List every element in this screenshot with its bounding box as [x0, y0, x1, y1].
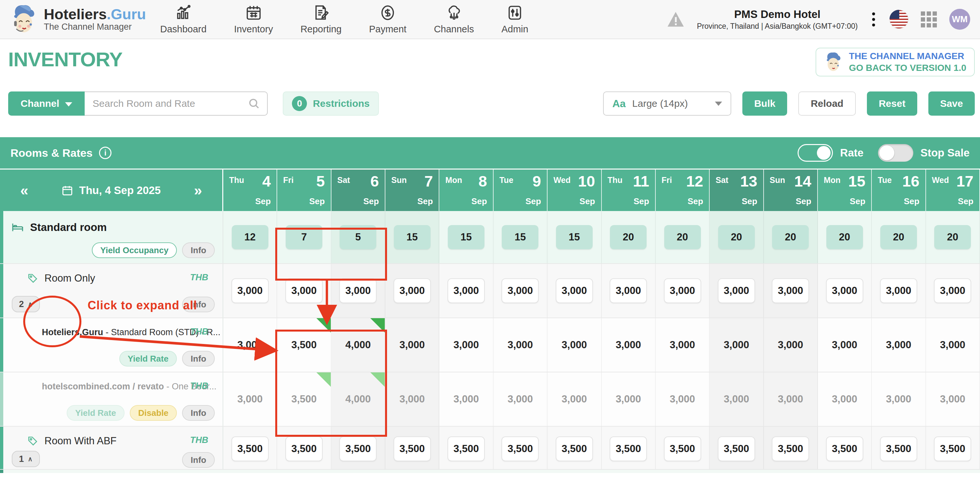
search-input[interactable] [92, 98, 248, 109]
bulk-button[interactable]: Bulk [742, 92, 787, 116]
rate-cell[interactable]: 3,000 [453, 339, 479, 351]
rate-cell[interactable]: 4,000 [345, 339, 371, 351]
rate-cell[interactable]: 3,500 [501, 436, 539, 461]
availability-cell[interactable]: 20 [718, 225, 755, 249]
rate-cell[interactable]: 3,000 [399, 339, 425, 351]
rate-cell[interactable]: 3,000 [562, 393, 587, 405]
nav-item-inventory[interactable]: Inventory [234, 4, 273, 35]
reload-button[interactable]: Reload [798, 92, 856, 116]
rate-cell[interactable]: 3,000 [285, 278, 323, 303]
rate-cell[interactable]: 3,000 [670, 393, 695, 405]
rate-cell[interactable]: 3,000 [832, 393, 858, 405]
us-flag-icon[interactable] [889, 10, 908, 29]
reset-button[interactable]: Reset [867, 92, 917, 116]
nav-item-admin[interactable]: Admin [501, 4, 528, 35]
double-chevron-right-icon[interactable]: » [194, 182, 202, 198]
rate-cell[interactable]: 3,000 [664, 278, 701, 303]
rate-cell[interactable]: 3,000 [772, 278, 809, 303]
rate-cell[interactable]: 3,000 [778, 339, 803, 351]
availability-cell[interactable]: 15 [394, 225, 431, 249]
double-chevron-left-icon[interactable]: « [20, 182, 28, 198]
nav-item-reporting[interactable]: Reporting [301, 4, 342, 35]
rate-cell[interactable]: 3,500 [339, 436, 377, 461]
availability-cell[interactable]: 15 [556, 225, 593, 249]
rate-cell[interactable]: 3,000 [394, 278, 431, 303]
availability-cell[interactable]: 15 [502, 225, 538, 249]
expand-collapse-button[interactable]: 1∧ [12, 451, 40, 467]
rate-cell[interactable]: 3,000 [453, 393, 479, 405]
disable-pill[interactable]: Disable [130, 405, 177, 421]
rate-cell[interactable]: 3,500 [826, 436, 863, 461]
availability-cell[interactable]: 15 [448, 225, 484, 249]
rate-cell[interactable]: 3,500 [231, 436, 269, 461]
kebab-menu-icon[interactable] [870, 10, 877, 29]
rate-cell[interactable]: 3,000 [724, 393, 749, 405]
version-toggle-button[interactable]: THE CHANNEL MANAGER GO BACK TO VERSION 1… [816, 48, 975, 76]
rate-cell[interactable]: 3,000 [778, 393, 803, 405]
info-pill[interactable]: Info [182, 243, 215, 258]
rate-cell[interactable]: 3,000 [399, 393, 425, 405]
user-avatar[interactable]: WM [949, 9, 970, 30]
brand-logo[interactable]: Hoteliers.Guru The Channel Manager [10, 3, 150, 35]
rate-cell[interactable]: 3,000 [718, 278, 755, 303]
info-pill[interactable]: Info [182, 351, 215, 366]
rate-cell[interactable]: 3,000 [616, 339, 641, 351]
font-size-select[interactable]: Aa Large (14px) [603, 92, 731, 116]
rate-cell[interactable]: 3,500 [447, 436, 485, 461]
rate-cell[interactable]: 3,000 [339, 278, 377, 303]
rate-cell[interactable]: 3,500 [556, 436, 593, 461]
rate-cell[interactable]: 3,500 [664, 436, 701, 461]
availability-cell[interactable]: 12 [232, 225, 268, 249]
rate-cell[interactable]: 3,500 [772, 436, 809, 461]
rate-cell[interactable]: 3,000 [501, 278, 539, 303]
rate-cell[interactable]: 3,500 [291, 339, 317, 351]
rate-cell[interactable]: 3,000 [826, 278, 863, 303]
stop-sale-toggle[interactable] [878, 144, 913, 162]
rate-cell[interactable]: 3,500 [285, 436, 323, 461]
rate-cell[interactable]: 4,000 [345, 393, 371, 405]
rate-cell[interactable]: 3,000 [880, 278, 917, 303]
nav-item-channels[interactable]: Channels [434, 4, 474, 35]
rate-cell[interactable]: 3,500 [609, 436, 647, 461]
rate-cell[interactable]: 3,000 [940, 393, 966, 405]
rate-cell[interactable]: 3,000 [508, 393, 533, 405]
rate-cell[interactable]: 3,500 [291, 393, 317, 405]
expand-collapse-button[interactable]: 2∧ [12, 296, 40, 312]
info-pill[interactable]: Info [182, 405, 215, 421]
rate-cell[interactable]: 3,000 [237, 339, 263, 351]
availability-cell[interactable]: 20 [934, 225, 971, 249]
rate-cell[interactable]: 3,000 [886, 339, 912, 351]
yield-occupancy-pill[interactable]: Yield Occupancy [92, 243, 177, 258]
rate-cell[interactable]: 3,000 [934, 278, 971, 303]
save-button[interactable]: Save [928, 92, 975, 116]
rate-cell[interactable]: 3,000 [562, 339, 587, 351]
availability-cell[interactable]: 20 [664, 225, 701, 249]
info-pill[interactable]: Info [182, 297, 215, 312]
rate-cell[interactable]: 3,500 [934, 436, 971, 461]
channel-dropdown[interactable]: Channel [8, 92, 85, 116]
rate-cell[interactable]: 3,500 [880, 436, 917, 461]
rate-cell[interactable]: 3,000 [886, 393, 912, 405]
availability-cell[interactable]: 20 [826, 225, 863, 249]
restrictions-badge[interactable]: 0 Restrictions [283, 92, 379, 116]
availability-cell[interactable]: 20 [880, 225, 917, 249]
info-pill[interactable]: Info [182, 452, 215, 468]
rate-cell[interactable]: 3,000 [724, 339, 749, 351]
rate-cell[interactable]: 3,000 [616, 393, 641, 405]
rate-cell[interactable]: 3,000 [556, 278, 593, 303]
info-icon[interactable]: i [99, 147, 111, 159]
yield-rate-pill[interactable]: Yield Rate [119, 351, 177, 366]
rate-toggle[interactable] [798, 144, 833, 162]
availability-cell[interactable]: 5 [340, 225, 376, 249]
yield-rate-pill[interactable]: Yield Rate [67, 405, 124, 421]
rate-cell[interactable]: 3,000 [940, 339, 966, 351]
date-picker[interactable]: Thu, 4 Sep 2025 [62, 184, 161, 197]
rate-cell[interactable]: 3,000 [447, 278, 485, 303]
availability-cell[interactable]: 20 [610, 225, 647, 249]
rate-cell[interactable]: 3,000 [832, 339, 858, 351]
rate-cell[interactable]: 3,000 [508, 339, 533, 351]
rate-cell[interactable]: 3,000 [670, 339, 695, 351]
rate-cell[interactable]: 3,500 [718, 436, 755, 461]
warning-icon[interactable] [667, 11, 684, 27]
rate-cell[interactable]: 3,000 [237, 393, 263, 405]
